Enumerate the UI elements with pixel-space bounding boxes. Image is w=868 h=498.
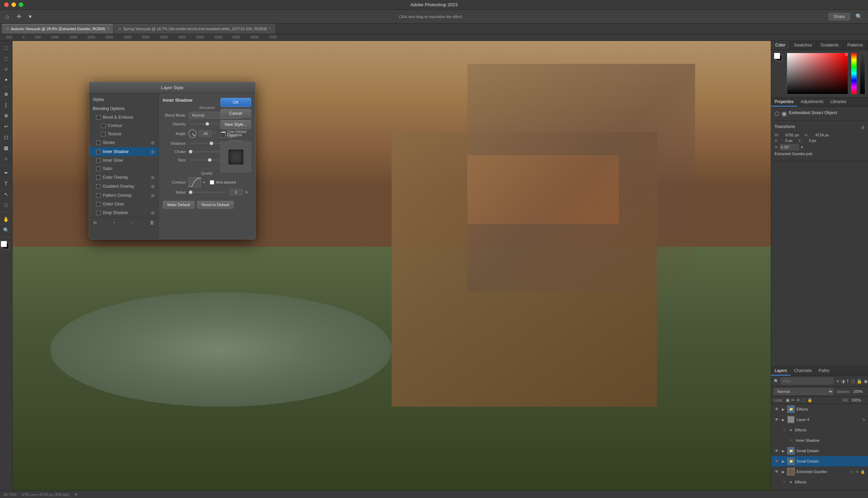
hand-tool[interactable]: ✋ (1, 214, 11, 224)
tab-close-1[interactable]: ✕ (6, 27, 9, 31)
noise-slider[interactable] (190, 192, 226, 193)
layer-vis-extracted-gazebo[interactable]: 👁 (774, 469, 779, 474)
layer-vis-small-details[interactable]: 👁 (774, 448, 779, 454)
styles-header[interactable]: Styles (89, 95, 158, 104)
layer-small-details-active[interactable]: 👁 ▶ 📁 Small Details (771, 456, 868, 466)
delete-style-icon[interactable]: 🗑 (148, 219, 156, 226)
reset-transform-icon[interactable]: ↺ (861, 125, 865, 130)
channels-tab[interactable]: Channels (791, 366, 815, 375)
pen-tool[interactable]: ✒ (1, 168, 11, 178)
style-item-outer-glow[interactable]: Outer Glow (89, 200, 158, 208)
layer-effects[interactable]: 👁 ▶ 📁 Effects (771, 404, 868, 414)
toolbar-dropdown[interactable]: ▾ (27, 12, 34, 21)
close-button[interactable] (4, 2, 9, 7)
size-slider-thumb[interactable] (208, 158, 211, 162)
share-button[interactable]: Share (828, 13, 850, 20)
lasso-tool[interactable]: ◌ (1, 53, 11, 63)
layer-effects-sub[interactable]: 👁 ▼ Effects (771, 425, 868, 435)
clone-stamp-tool[interactable]: ⊕ (1, 111, 11, 120)
stroke-checkbox[interactable] (96, 141, 101, 145)
maximize-button[interactable] (19, 2, 23, 7)
layer-layer4[interactable]: 👁 ▶ Layer 4 fx (771, 414, 868, 425)
lock-image-icon[interactable]: ✏ (791, 398, 795, 403)
color-swatches[interactable] (1, 241, 12, 252)
layer-vis-small-details-2[interactable]: 👁 (774, 458, 779, 464)
layer-expand-effects-sub[interactable]: ▼ (789, 428, 793, 432)
style-item-stroke[interactable]: Stroke ⊕ (89, 138, 158, 147)
move-tool-icon[interactable]: ⬚ (1, 43, 11, 52)
move-down-icon[interactable]: ↓ (130, 219, 135, 226)
layer-expand-extracted-gazebo[interactable]: ▶ (781, 470, 785, 474)
contour-preview[interactable] (189, 177, 201, 187)
filter-lock-icon[interactable]: 🔒 (857, 379, 862, 384)
opacity-slider-thumb[interactable] (206, 122, 209, 126)
lock-all-icon[interactable]: 🔒 (807, 398, 812, 403)
texture-checkbox[interactable] (101, 132, 106, 136)
filter-color-icon[interactable]: ◉ (864, 379, 868, 384)
layer-inner-shadow-sub[interactable]: 👁 Inner Shadow (771, 435, 868, 446)
layer-vis-effects-2[interactable]: 👁 (782, 479, 787, 485)
bevel-checkbox[interactable] (96, 115, 101, 120)
satin-checkbox[interactable] (96, 167, 101, 171)
gradient-overlay-checkbox[interactable] (96, 184, 101, 189)
layers-tab[interactable]: Layers (771, 366, 791, 375)
layer-vis-inner-shadow[interactable]: 👁 (788, 438, 794, 443)
spot-heal-tool[interactable]: ⊗ (1, 89, 11, 99)
gradients-tab[interactable]: Gradients (817, 41, 843, 50)
pattern-overlay-checkbox[interactable] (96, 193, 101, 198)
noise-input[interactable] (229, 189, 243, 195)
tab-spring-view[interactable]: ✕ Spring View.psb @ 16.7% (3d-render-bru… (114, 24, 275, 34)
preview-option[interactable]: Preview (220, 133, 251, 137)
fg-color-swatch[interactable] (1, 241, 7, 247)
inner-shadow-checkbox[interactable] (96, 150, 101, 154)
brush-tool[interactable]: ∫ (1, 100, 11, 110)
outer-glow-checkbox[interactable] (96, 202, 101, 206)
lock-transparent-icon[interactable]: ▣ (786, 398, 790, 403)
cancel-button[interactable]: Cancel (220, 109, 251, 118)
color-overlay-plus-icon[interactable]: ⊕ (151, 175, 155, 180)
filter-smart-icon[interactable]: ⬡ (851, 379, 855, 384)
type-tool[interactable]: T (1, 179, 11, 188)
inner-glow-checkbox[interactable] (96, 158, 101, 163)
drop-shadow-checkbox[interactable] (96, 211, 101, 215)
lock-artboard-icon[interactable]: ⬚ (802, 398, 806, 403)
style-item-satin[interactable]: Satin (89, 164, 158, 173)
layer-extracted-gazebo[interactable]: 👁 ▶ Extracted Gazebo ⊙ fx 🔒 (771, 466, 868, 477)
layer-effects-sub-2[interactable]: 👁 ▼ Effects (771, 477, 868, 487)
style-item-inner-shadow[interactable]: Inner Shadow ⊕ (89, 147, 158, 156)
adjustments-tab[interactable]: Adjustments (797, 98, 827, 107)
style-item-pattern-overlay[interactable]: Pattern Overlay ⊕ (89, 191, 158, 200)
style-item-gradient-overlay[interactable]: Gradient Overlay ⊕ (89, 182, 158, 191)
noise-slider-thumb[interactable] (189, 191, 192, 194)
layer-expand-small-details-2[interactable]: ▶ (781, 459, 785, 463)
tab-autumn-view[interactable]: ✕ Autumn View.psb @ 28.8% (Extracted Gaz… (2, 24, 113, 34)
filter-type-text-icon[interactable]: T (846, 379, 849, 384)
drop-shadow-plus-icon[interactable]: ⊕ (151, 210, 155, 216)
style-item-color-overlay[interactable]: Color Overlay ⊕ (89, 173, 158, 182)
filter-type-icon[interactable]: ≡ (836, 379, 839, 384)
layer-blend-mode-select[interactable]: Normal Multiply (774, 388, 834, 395)
minimize-button[interactable] (11, 2, 16, 7)
history-brush-tool[interactable]: ↩ (1, 121, 11, 131)
color-alpha-bar[interactable] (860, 53, 865, 94)
shape-tool[interactable]: □ (1, 200, 11, 210)
contour-checkbox[interactable] (101, 124, 106, 128)
layer-expand-layer4[interactable]: ▶ (781, 417, 785, 422)
dodge-tool[interactable]: ○ (1, 154, 11, 163)
move-tool[interactable]: ✛ (15, 12, 23, 21)
libraries-tab[interactable]: Libraries (827, 98, 850, 107)
style-item-texture[interactable]: Texture (89, 130, 158, 138)
choke-slider-thumb[interactable] (189, 150, 192, 153)
color-overlay-checkbox[interactable] (96, 175, 101, 180)
layer-vis-effects-sub[interactable]: 👁 (782, 427, 787, 433)
layer-expand-effects-2[interactable]: ▼ (789, 480, 793, 484)
layer-small-details[interactable]: 👁 ▶ 📁 Small Details (771, 446, 868, 456)
pattern-overlay-plus-icon[interactable]: ⊕ (151, 193, 155, 198)
layer-vis-effects[interactable]: 👁 (774, 406, 779, 412)
color-tab[interactable]: Color (771, 41, 790, 50)
distance-slider-thumb[interactable] (210, 142, 213, 145)
color-picker-cursor[interactable] (845, 53, 848, 56)
layer-expand-effects[interactable]: ▶ (781, 407, 785, 411)
new-style-button[interactable]: New Style... (220, 120, 251, 129)
style-item-contour[interactable]: Contour (89, 121, 158, 130)
